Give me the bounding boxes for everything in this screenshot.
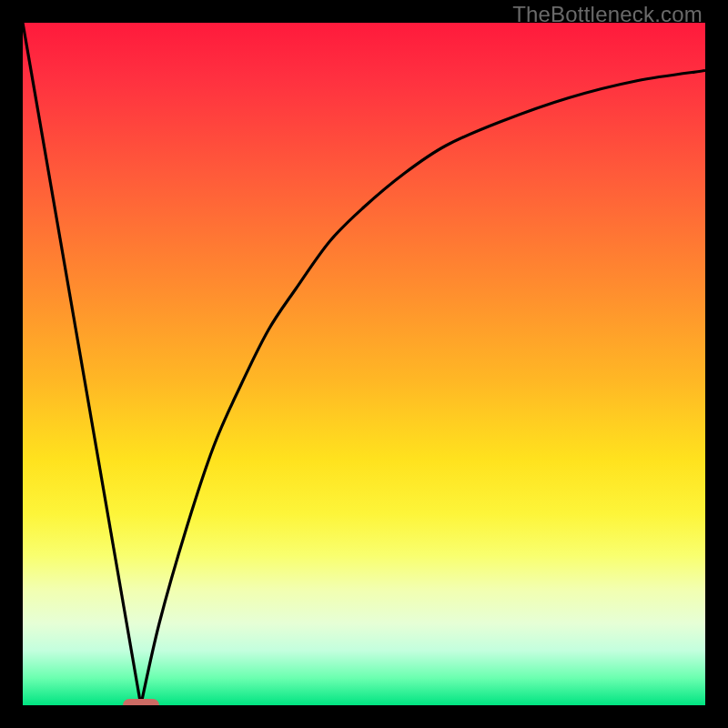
curve-layer (23, 23, 705, 705)
curve-left-branch (23, 23, 141, 705)
vertex-marker (123, 699, 159, 705)
watermark-text: TheBottleneck.com (512, 2, 703, 27)
plot-area (23, 23, 705, 705)
curve-right-branch (141, 71, 705, 706)
